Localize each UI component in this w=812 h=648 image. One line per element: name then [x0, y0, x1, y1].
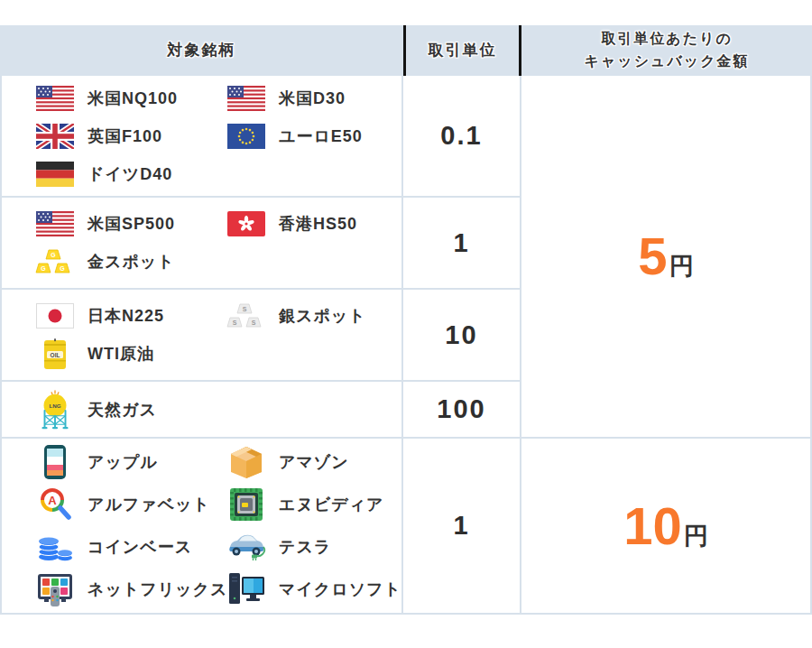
instrument-label: ネットフリックス [88, 579, 227, 600]
us-flag-icon [226, 86, 267, 111]
electric-car-icon [226, 532, 267, 561]
instrument-label: マイクロソフト [279, 579, 401, 600]
unit-value: 1 [453, 228, 469, 258]
instrument-label: 米国NQ100 [88, 88, 178, 109]
instrument-label: アップル [88, 451, 158, 473]
svg-text:G: G [51, 252, 56, 258]
instruments-row-indices-3: 日本N225 SSS 銀スポット OIL WTI原油 [0, 290, 403, 382]
cashback-value: 10 [623, 500, 682, 552]
instrument-label: 金スポット [88, 251, 175, 273]
instrument-label: 米国SP500 [88, 213, 175, 235]
tv-remote-icon [34, 571, 76, 607]
instrument-item: A アルファベット [34, 487, 226, 523]
eu-flag-icon [226, 124, 267, 149]
instrument-item: 英国F100 [34, 121, 226, 152]
instruments-row-indices-1: 米国NQ100 米国D30 英国F100 ユーロE50 [0, 76, 403, 198]
cpu-chip-icon [226, 487, 267, 522]
instrument-label: ユーロE50 [279, 125, 363, 147]
unit-value: 0.1 [440, 121, 482, 151]
svg-text:LNG: LNG [49, 402, 60, 408]
instrument-label: エヌビディア [279, 494, 384, 515]
instrument-item: ドイツD40 [34, 159, 226, 190]
header-unit-label: 取引単位 [429, 39, 497, 62]
instrument-item: テスラ [226, 530, 401, 565]
header-cashback-line1: 取引単位あたりの [601, 28, 733, 51]
cashback-suffix: 円 [684, 520, 708, 552]
cashback-table: 対象銘柄 取引単位 取引単位あたりの キャッシュバック金額 米国NQ100 米国… [0, 25, 812, 615]
instruments-row-indices-2: 米国SP500 香港HS50 GGG 金スポット [0, 198, 403, 290]
header-cashback-line2: キャッシュバック金額 [585, 51, 750, 73]
instrument-item: エヌビディア [226, 487, 401, 523]
unit-value: 1 [453, 511, 469, 541]
instrument-item: アマゾン [226, 445, 401, 480]
cashback-amount-10yen: 10 円 [521, 439, 812, 615]
hongkong-flag-icon [226, 211, 267, 236]
instrument-label: 米国D30 [279, 88, 346, 109]
svg-text:OIL: OIL [51, 352, 60, 358]
svg-text:G: G [41, 265, 46, 272]
instrument-label: コインベース [88, 536, 192, 558]
instrument-item: OIL WTI原油 [34, 338, 226, 369]
us-flag-icon [34, 211, 76, 236]
instrument-label: 銀スポット [279, 305, 366, 327]
gold-bars-icon: GGG [34, 246, 76, 277]
desktop-pc-icon [226, 571, 267, 607]
svg-text:S: S [252, 319, 256, 326]
germany-flag-icon [34, 162, 76, 187]
unit-cell-1: 0.1 [403, 76, 521, 198]
instrument-label: 日本N225 [88, 305, 164, 327]
svg-text:S: S [233, 319, 237, 326]
instrument-label: 英国F100 [88, 125, 162, 147]
svg-text:A: A [48, 494, 57, 507]
smartphone-icon [34, 444, 76, 480]
instrument-item: 米国D30 [226, 83, 401, 114]
magnifier-a-icon: A [34, 486, 76, 523]
instruments-row-indices-4: LNG 天然ガス [0, 382, 403, 439]
instrument-label: WTI原油 [88, 343, 154, 365]
instrument-item: 日本N225 [34, 301, 226, 331]
unit-cell-stocks: 1 [403, 439, 521, 615]
instrument-item: 米国SP500 [34, 208, 226, 239]
unit-cell-2: 1 [403, 198, 521, 290]
instrument-item: ネットフリックス [34, 572, 226, 607]
lng-tank-icon: LNG [34, 389, 76, 430]
header-instruments-label: 対象銘柄 [168, 39, 236, 62]
cashback-value: 5 [638, 230, 667, 282]
instrument-item: ユーロE50 [226, 121, 401, 152]
header-instruments: 対象銘柄 [0, 25, 403, 76]
instrument-label: アルファベット [88, 494, 210, 515]
instrument-item: LNG 天然ガス [34, 394, 226, 425]
cardboard-box-icon [226, 445, 267, 479]
unit-value: 10 [445, 320, 477, 350]
unit-cell-3: 10 [403, 290, 521, 382]
instruments-row-stocks: アップル アマゾン A アルファベット エヌビディア [0, 439, 403, 615]
instrument-item: アップル [34, 445, 226, 480]
cashback-suffix: 円 [669, 250, 694, 282]
instrument-label: アマゾン [279, 451, 349, 473]
japan-flag-icon [34, 303, 76, 329]
svg-text:S: S [243, 306, 247, 312]
svg-text:G: G [60, 265, 65, 272]
us-flag-icon [34, 86, 76, 111]
instrument-label: 天然ガス [88, 399, 157, 421]
header-cashback: 取引単位あたりの キャッシュバック金額 [521, 25, 812, 76]
silver-bars-icon: SSS [226, 301, 267, 331]
unit-value: 100 [437, 394, 485, 424]
instrument-label: テスラ [279, 536, 331, 558]
instrument-label: 香港HS50 [279, 213, 357, 235]
instrument-item: SSS 銀スポット [226, 301, 401, 331]
header-unit: 取引単位 [403, 25, 521, 76]
instrument-item: マイクロソフト [226, 572, 401, 607]
cashback-amount-5yen: 5 円 [521, 76, 812, 439]
instrument-label: ドイツD40 [88, 163, 172, 185]
instrument-item: コインベース [34, 530, 226, 565]
instrument-item: 米国NQ100 [34, 83, 226, 114]
cashback-table-page: 対象銘柄 取引単位 取引単位あたりの キャッシュバック金額 米国NQ100 米国… [0, 0, 812, 648]
instrument-item: GGG 金スポット [34, 246, 226, 277]
instrument-item: 香港HS50 [226, 208, 401, 239]
coin-stack-icon [34, 531, 76, 563]
oil-barrel-icon: OIL [34, 337, 76, 371]
unit-cell-4: 100 [403, 382, 521, 439]
uk-flag-icon [34, 124, 76, 149]
